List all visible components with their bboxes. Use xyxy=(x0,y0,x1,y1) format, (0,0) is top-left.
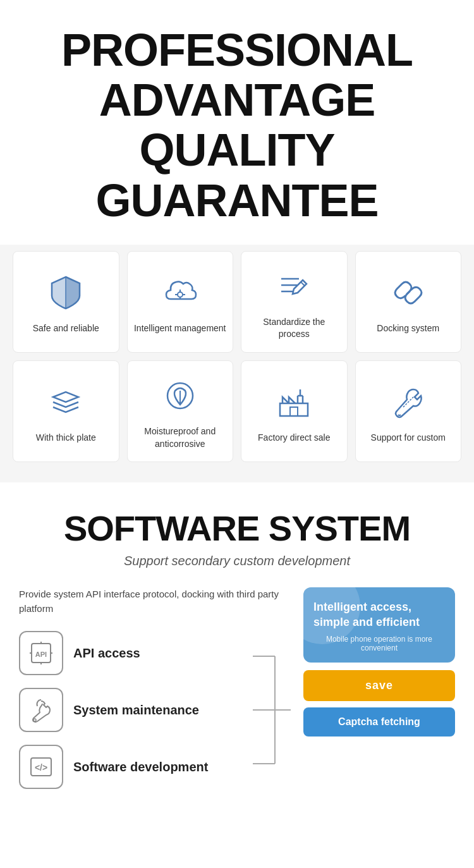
link-icon xyxy=(386,271,430,315)
captcha-button[interactable]: Captcha fetching xyxy=(303,707,455,737)
grid-row-2: With thick plate Moistureproof and antic… xyxy=(13,360,461,462)
card-label: Moistureproof and anticorrosive xyxy=(134,425,227,450)
maintenance-label: System maintenance xyxy=(73,702,199,718)
software-section: SOFTWARE SYSTEM Support secondary custom… xyxy=(0,482,474,808)
code-icon: </> xyxy=(19,745,63,789)
card-support-custom: Support for custom xyxy=(355,360,462,462)
card-label: Safe and reliable xyxy=(33,322,99,335)
features-grid: Safe and reliable Intelligent management xyxy=(0,245,474,482)
card-standardize-process: Standardize the process xyxy=(241,251,348,353)
software-left-panel: Provide system API interface protocol, d… xyxy=(19,587,291,789)
save-button[interactable]: save xyxy=(303,670,455,701)
software-item-development: </> Software development xyxy=(19,745,253,789)
software-item-maintenance: System maintenance xyxy=(19,688,253,732)
svg-rect-10 xyxy=(280,403,308,416)
svg-point-0 xyxy=(178,292,183,297)
maintenance-icon xyxy=(19,688,63,732)
card-label: Docking system xyxy=(377,322,439,335)
cloud-settings-icon xyxy=(158,271,202,315)
card-factory-direct: Factory direct sale xyxy=(241,360,348,462)
pen-list-icon xyxy=(272,264,316,309)
page-header: PROFESSIONAL ADVANTAGE QUALITY GUARANTEE xyxy=(0,0,474,245)
software-right-panel: Intelligent access, simple and efficient… xyxy=(303,587,455,737)
software-items-wrapper: API API access xyxy=(19,631,291,789)
phone-card: Intelligent access, simple and efficient… xyxy=(303,587,455,663)
software-content: Provide system API interface protocol, d… xyxy=(19,587,455,789)
card-label: Support for custom xyxy=(371,432,446,444)
card-label: Factory direct sale xyxy=(258,432,330,444)
bracket-connector xyxy=(253,631,291,789)
card-label: Standardize the process xyxy=(248,316,341,341)
api-label: API access xyxy=(73,645,140,661)
software-items-list: API API access xyxy=(19,631,253,789)
svg-text:</>: </> xyxy=(35,762,47,773)
phone-card-title: Intelligent access, simple and efficient xyxy=(313,600,445,630)
svg-point-23 xyxy=(33,719,36,721)
svg-rect-11 xyxy=(290,407,298,416)
layers-icon xyxy=(44,380,88,424)
phone-card-subtitle: Mobile phone operation is more convenien… xyxy=(313,635,445,652)
tools-icon xyxy=(386,380,430,424)
svg-line-8 xyxy=(301,282,305,286)
software-subtitle: Support secondary custom development xyxy=(19,554,455,568)
svg-text:API: API xyxy=(35,651,47,658)
card-intelligent-management: Intelligent management xyxy=(127,251,234,353)
main-title: PROFESSIONAL ADVANTAGE QUALITY GUARANTEE xyxy=(13,25,461,226)
card-moistureproof: Moistureproof and anticorrosive xyxy=(127,360,234,462)
development-label: Software development xyxy=(73,759,208,775)
card-docking-system: Docking system xyxy=(355,251,462,353)
api-icon: API xyxy=(19,631,63,675)
software-description: Provide system API interface protocol, d… xyxy=(19,587,291,616)
software-title: SOFTWARE SYSTEM xyxy=(19,508,455,549)
card-safe-reliable: Safe and reliable xyxy=(13,251,119,353)
leaf-shield-icon xyxy=(158,374,202,418)
card-label: With thick plate xyxy=(36,432,96,444)
shield-icon xyxy=(44,271,88,315)
card-label: Intelligent management xyxy=(134,322,226,335)
software-item-api: API API access xyxy=(19,631,253,675)
card-thick-plate: With thick plate xyxy=(13,360,119,462)
grid-row-1: Safe and reliable Intelligent management xyxy=(13,251,461,353)
factory-icon xyxy=(272,380,316,424)
